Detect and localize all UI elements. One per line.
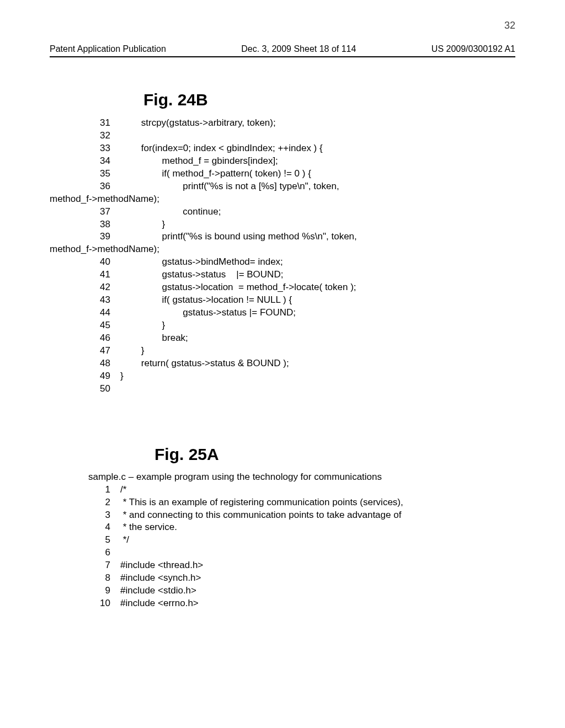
code-line: 44 gstatus->status |= FOUND; [88,307,515,319]
line-number: 33 [88,142,110,155]
code-text: */ [120,534,129,547]
code-text: method_f = gbinders[index]; [120,155,278,168]
code-line: 39 printf("%s is bound using method %s\n… [88,231,515,243]
line-number: 44 [88,307,110,319]
line-number: 7 [88,559,110,572]
header-row: Patent Application Publication Dec. 3, 2… [50,44,515,57]
line-number: 46 [88,332,110,345]
line-number: 38 [88,218,110,231]
code-text: gstatus->location = method_f->locate( to… [120,281,356,294]
line-number: 32 [88,130,110,142]
line-number: 48 [88,357,110,370]
line-number: 41 [88,269,110,281]
code-line: 38 } [88,218,515,231]
line-number: 39 [88,231,110,243]
line-number: 1 [88,484,110,496]
code-line: 35 if( method_f->pattern( token) != 0 ) … [88,168,515,180]
code-text: gstatus->status |= BOUND; [120,269,283,281]
line-number: 43 [88,294,110,307]
code-text: printf("%s is not a [%s] type\n", token, [120,180,339,193]
code-line: 41 gstatus->status |= BOUND; [88,269,515,281]
code-line: 6 [88,547,515,559]
line-number: 42 [88,281,110,294]
code-line: 40 gstatus->bindMethod= index; [88,256,515,269]
fig-25a-title: Fig. 25A [154,445,515,464]
code-line: 9#include <stdio.h> [88,585,515,597]
code-text: printf("%s is bound using method %s\n", … [120,231,357,243]
code-text: strcpy(gstatus->arbitrary, token); [120,117,276,130]
code-line: 37 continue; [88,206,515,218]
code-line: 46 break; [88,332,515,345]
code-line: 4 * the service. [88,521,515,534]
header-center: Dec. 3, 2009 Sheet 18 of 114 [241,44,356,54]
code-text: * This is an example of registering comm… [120,496,403,509]
line-number: 10 [88,597,110,610]
code-text: for(index=0; index < gbindIndex; ++index… [120,142,323,155]
line-number: 31 [88,117,110,130]
line-number: 35 [88,168,110,180]
code-text: * the service. [120,521,177,534]
code-text: #include <stdio.h> [120,585,196,597]
code-text: #include <synch.h> [120,572,201,585]
code-line: 48 return( gstatus->status & BOUND ); [88,357,515,370]
code-line: 33 for(index=0; index < gbindIndex; ++in… [88,142,515,155]
line-number: 2 [88,496,110,509]
code-line: 47 } [88,345,515,357]
line-number: 36 [88,180,110,193]
line-number: 5 [88,534,110,547]
code-line: 7#include <thread.h> [88,559,515,572]
code-text: } [120,370,124,383]
code-text: return( gstatus->status & BOUND ); [120,357,289,370]
header-right: US 2009/0300192 A1 [431,44,515,54]
code-text: if( gstatus->location != NULL ) { [120,294,292,307]
code-line: 8#include <synch.h> [88,572,515,585]
fig-24b-title: Fig. 24B [143,90,515,109]
line-number: 47 [88,345,110,357]
code-text: /* [120,484,126,496]
page-number-top: 32 [504,20,515,31]
line-number: 37 [88,206,110,218]
code-line: 2 * This is an example of registering co… [88,496,515,509]
code-text: #include <errno.h> [120,597,199,610]
code-line: 45 } [88,319,515,332]
code-text: break; [120,332,188,345]
code-text: method_f->methodName); [50,193,159,206]
code-text: * and connecting to this communication p… [120,509,401,522]
code-text: continue; [120,206,221,218]
code-line: 31 strcpy(gstatus->arbitrary, token); [88,117,515,130]
line-number: 6 [88,547,110,559]
line-number: 9 [88,585,110,597]
code-text: } [120,345,144,357]
code-line: 32 [88,130,515,142]
fig-25a-code: 1/*2 * This is an example of registering… [88,484,515,610]
line-number: 4 [88,521,110,534]
code-line: 1/* [88,484,515,496]
code-line: 42 gstatus->location = method_f->locate(… [88,281,515,294]
line-number: 3 [88,509,110,522]
line-number: 50 [88,383,110,395]
fig-24b-code: 31 strcpy(gstatus->arbitrary, token);323… [88,117,515,395]
code-text: gstatus->bindMethod= index; [120,256,283,269]
code-line: method_f->methodName); [50,193,515,206]
line-number: 40 [88,256,110,269]
code-text: if( method_f->pattern( token) != 0 ) { [120,168,311,180]
line-number: 34 [88,155,110,168]
code-text: #include <thread.h> [120,559,203,572]
code-text: } [120,218,165,231]
code-line: 3 * and connecting to this communication… [88,509,515,522]
line-number: 8 [88,572,110,585]
code-line: 49} [88,370,515,383]
code-line: 10#include <errno.h> [88,597,515,610]
fig-25a-caption: sample.c – example program using the tec… [88,472,515,483]
header-left: Patent Application Publication [50,44,166,54]
line-number: 49 [88,370,110,383]
code-text: } [120,319,165,332]
code-line: 50 [88,383,515,395]
page-content: Patent Application Publication Dec. 3, 2… [0,0,565,660]
code-line: 5 */ [88,534,515,547]
code-text: gstatus->status |= FOUND; [120,307,296,319]
code-line: 36 printf("%s is not a [%s] type\n", tok… [88,180,515,193]
code-line: 34 method_f = gbinders[index]; [88,155,515,168]
line-number: 45 [88,319,110,332]
code-line: 43 if( gstatus->location != NULL ) { [88,294,515,307]
